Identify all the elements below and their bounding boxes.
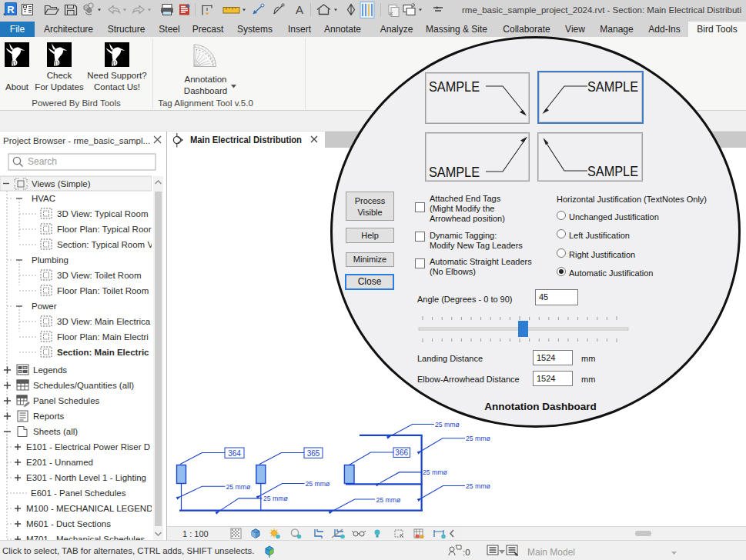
svg-text:Floor Plan: Typical Roor: Floor Plan: Typical Roor <box>57 225 152 234</box>
svg-text:25 mmø: 25 mmø <box>423 468 448 476</box>
svg-text:E301 - North Level 1 - Lightin: E301 - North Level 1 - Lighting <box>26 473 146 482</box>
svg-text:Dashboard: Dashboard <box>184 86 227 95</box>
svg-text:364: 364 <box>228 449 241 458</box>
svg-text:25 mmø: 25 mmø <box>466 482 491 490</box>
svg-text:Section: Main Electric: Section: Main Electric <box>57 348 149 357</box>
svg-text:rme_basic_sample_project_2024.: rme_basic_sample_project_2024.rvt - Sect… <box>462 5 741 15</box>
svg-text:Check: Check <box>47 71 72 80</box>
svg-text:Power: Power <box>32 302 57 311</box>
svg-text:Plumbing: Plumbing <box>32 255 69 265</box>
svg-text:Sheets (all): Sheets (all) <box>33 427 78 436</box>
svg-text:Annotation: Annotation <box>185 75 227 84</box>
svg-text:E101 - Electrical Power Riser: E101 - Electrical Power Riser D <box>26 442 150 452</box>
svg-text:3D View: Typical Room: 3D View: Typical Room <box>57 209 148 218</box>
svg-text:Reports: Reports <box>33 412 65 421</box>
svg-text:3D View: Main Electrica: 3D View: Main Electrica <box>57 317 151 326</box>
svg-text:M601 - Duct Sections: M601 - Duct Sections <box>26 519 111 528</box>
svg-text:Tag Alignment Tool v.5.0: Tag Alignment Tool v.5.0 <box>158 98 253 108</box>
svg-text:Section: Typical Room V: Section: Typical Room V <box>57 240 153 249</box>
svg-text:Legends: Legends <box>33 365 67 375</box>
svg-text:Schedules/Quantities (all): Schedules/Quantities (all) <box>33 381 134 390</box>
svg-text:3D View: Toilet Room: 3D View: Toilet Room <box>57 271 142 280</box>
svg-text:Main Model: Main Model <box>527 547 575 558</box>
svg-text:M100 - MECHANICAL LEGEND: M100 - MECHANICAL LEGEND <box>26 504 152 513</box>
svg-text:366: 366 <box>395 448 408 457</box>
svg-text:Search: Search <box>28 156 57 167</box>
svg-text:25 mmø: 25 mmø <box>263 495 289 502</box>
svg-text:Contact Us!: Contact Us! <box>94 82 140 92</box>
svg-text:Need Support?: Need Support? <box>87 71 146 80</box>
svg-text:25 mmø: 25 mmø <box>376 496 402 504</box>
svg-text:For Updates: For Updates <box>35 82 84 92</box>
svg-text:25 mmø: 25 mmø <box>466 435 491 442</box>
svg-text:HVAC: HVAC <box>32 194 55 203</box>
svg-text:25 mmø: 25 mmø <box>435 421 460 428</box>
svg-text:Project Browser - rme_basic_sa: Project Browser - rme_basic_sampl... <box>3 136 150 145</box>
svg-text:365: 365 <box>307 449 320 458</box>
svg-text:Views (Simple): Views (Simple) <box>32 179 91 188</box>
svg-text:E601 - Panel Schedules: E601 - Panel Schedules <box>31 488 126 498</box>
svg-text:R: R <box>7 4 15 15</box>
svg-text:25 mmø: 25 mmø <box>226 483 252 491</box>
svg-text:Click to select, TAB for alter: Click to select, TAB for alternates, CTR… <box>2 546 254 555</box>
svg-text:SAMPLE: SAMPLE <box>429 164 480 180</box>
svg-text:Panel Schedules: Panel Schedules <box>33 396 100 405</box>
svg-text::0: :0 <box>463 548 470 557</box>
svg-text:SAMPLE: SAMPLE <box>429 78 480 95</box>
svg-text:SAMPLE: SAMPLE <box>587 78 638 95</box>
svg-text:25 mmø: 25 mmø <box>306 480 331 488</box>
svg-text:Main Electrical Distribution: Main Electrical Distribution <box>190 135 302 145</box>
svg-text:Powered By Bird Tools: Powered By Bird Tools <box>32 98 121 108</box>
svg-text:About: About <box>5 82 29 92</box>
svg-text:E201 - Unnamed: E201 - Unnamed <box>26 458 93 467</box>
svg-text:Floor Plan: Main Electri: Floor Plan: Main Electri <box>57 332 149 342</box>
svg-text:1 : 100: 1 : 100 <box>182 529 209 538</box>
svg-text:SAMPLE: SAMPLE <box>587 163 638 179</box>
svg-text:Floor Plan: Toilet Room: Floor Plan: Toilet Room <box>57 286 149 295</box>
svg-text:A: A <box>296 3 303 16</box>
